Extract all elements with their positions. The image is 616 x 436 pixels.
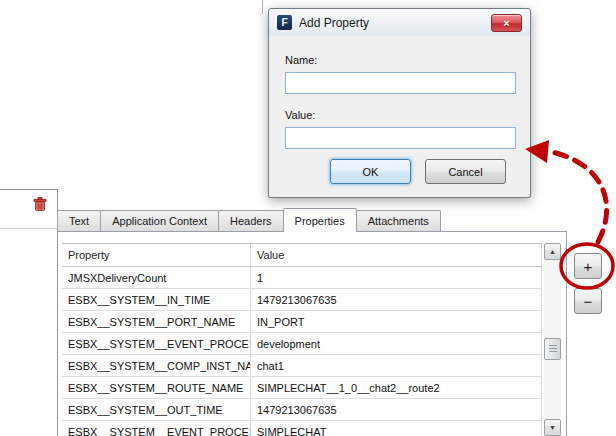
tab-label: Headers <box>230 215 272 227</box>
dialog-title: Add Property <box>299 9 369 36</box>
background-window-edge <box>262 0 263 14</box>
table-header-row: Property Value <box>62 243 542 267</box>
panel-right-border <box>566 231 567 436</box>
app-icon-letter: F <box>281 17 287 28</box>
table-row[interactable]: ESBX__SYSTEM__EVENT_PROCESS... SIMPLECHA… <box>62 421 542 436</box>
table-row[interactable]: ESBX__SYSTEM__PORT_NAME IN_PORT <box>62 311 542 333</box>
scrollbar-thumb[interactable] <box>544 338 561 360</box>
tab-attachments[interactable]: Attachments <box>356 210 441 231</box>
tab-properties[interactable]: Properties <box>283 208 357 232</box>
tab-label: Text <box>69 215 89 227</box>
property-cell: ESBX__SYSTEM__PORT_NAME <box>62 311 251 332</box>
property-cell: ESBX__SYSTEM__COMP_INST_NA... <box>62 355 251 376</box>
ok-button[interactable]: OK <box>330 159 411 184</box>
value-cell: chat1 <box>251 355 542 376</box>
value-cell: SIMPLECHAT__1_0__chat2__route2 <box>251 377 542 398</box>
value-cell: IN_PORT <box>251 311 542 332</box>
value-cell: development <box>251 333 542 354</box>
add-property-dialog: F Add Property × Name: Value: OK Cancel <box>268 8 531 198</box>
tab-label: Attachments <box>368 215 429 227</box>
tab-text[interactable]: Text <box>57 210 101 231</box>
scroll-up-button[interactable]: ▲ <box>544 243 561 260</box>
property-cell: ESBX__SYSTEM__EVENT_PROCESS... <box>62 421 251 436</box>
table-row[interactable]: ESBX__SYSTEM__ROUTE_NAME SIMPLECHAT__1_0… <box>62 377 542 399</box>
name-label: Name: <box>285 54 317 66</box>
table-row[interactable]: ESBX__SYSTEM__EVENT_PROCESS... developme… <box>62 333 542 355</box>
left-panel-divider <box>0 189 57 190</box>
property-cell: ESBX__SYSTEM__EVENT_PROCESS... <box>62 333 251 354</box>
properties-table: Property Value JMSXDeliveryCount 1 ESBX_… <box>62 243 542 436</box>
dialog-titlebar[interactable]: F Add Property × <box>269 9 530 36</box>
column-header-value[interactable]: Value <box>251 244 542 266</box>
scroll-down-button[interactable]: ▼ <box>544 419 561 436</box>
table-row[interactable]: ESBX__SYSTEM__COMP_INST_NA... chat1 <box>62 355 542 377</box>
tab-headers[interactable]: Headers <box>218 210 284 231</box>
close-button[interactable]: × <box>491 14 522 32</box>
table-row[interactable]: ESBX__SYSTEM__OUT_TIME 1479213067635 <box>62 399 542 421</box>
remove-property-button[interactable]: − <box>574 288 602 314</box>
value-label: Value: <box>285 109 315 121</box>
delete-message-icon[interactable] <box>31 195 49 213</box>
scroll-up-icon: ▲ <box>549 248 556 255</box>
column-header-property[interactable]: Property <box>62 244 251 266</box>
left-toolbar-divider <box>0 228 57 229</box>
tab-label: Application Context <box>112 215 207 227</box>
tab-strip: Text Application Context Headers Propert… <box>57 208 566 232</box>
value-cell: 1479213067635 <box>251 289 542 310</box>
value-cell: 1479213067635 <box>251 399 542 420</box>
tab-label: Properties <box>295 215 345 227</box>
name-input[interactable] <box>285 72 516 94</box>
screen: Text Application Context Headers Propert… <box>0 0 616 436</box>
scroll-down-icon: ▼ <box>549 424 556 431</box>
property-cell: ESBX__SYSTEM__OUT_TIME <box>62 399 251 420</box>
value-cell: 1 <box>251 267 542 288</box>
add-property-button[interactable]: + <box>574 253 602 279</box>
vertical-scrollbar[interactable]: ▲ ▼ <box>544 243 561 436</box>
cancel-button[interactable]: Cancel <box>425 159 506 184</box>
value-cell: SIMPLECHAT <box>251 421 542 436</box>
app-icon: F <box>277 15 292 30</box>
trash-icon <box>31 195 49 213</box>
thumb-grip-icon <box>549 345 557 353</box>
tab-application-context[interactable]: Application Context <box>100 210 219 231</box>
table-row[interactable]: JMSXDeliveryCount 1 <box>62 267 542 289</box>
value-input[interactable] <box>285 127 516 149</box>
table-row[interactable]: ESBX__SYSTEM__IN_TIME 1479213067635 <box>62 289 542 311</box>
property-cell: ESBX__SYSTEM__ROUTE_NAME <box>62 377 251 398</box>
property-cell: JMSXDeliveryCount <box>62 267 251 288</box>
property-cell: ESBX__SYSTEM__IN_TIME <box>62 289 251 310</box>
close-icon: × <box>503 18 509 29</box>
